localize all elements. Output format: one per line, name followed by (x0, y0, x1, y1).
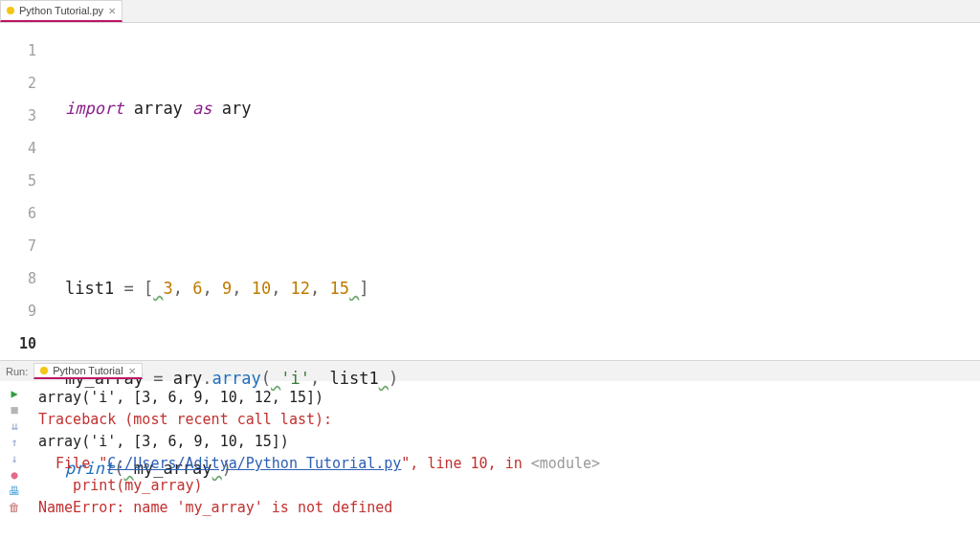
run-toolwindow: ▶ ■ ⇊ ↑ ↓ ● 🖶 🗑 array('i', [3, 6, 9, 10,… (0, 381, 980, 541)
line-number: 3 (0, 100, 54, 132)
alias-name: ary (222, 99, 252, 118)
run-label: Run: (6, 366, 28, 377)
stop-icon[interactable]: ■ (8, 403, 21, 417)
line-number: 4 (0, 132, 54, 165)
scroll-up-icon[interactable]: ↑ (8, 436, 21, 449)
line-number: 10 (0, 327, 54, 360)
rerun-icon[interactable]: ▶ (8, 387, 21, 400)
operator: = (123, 279, 133, 298)
line-number: 1 (0, 34, 54, 67)
close-icon[interactable]: ✕ (108, 6, 116, 16)
print-icon[interactable]: 🖶 (8, 485, 21, 498)
code-line[interactable]: import array as ary (54, 92, 980, 124)
python-run-icon (40, 367, 48, 374)
scroll-down-icon[interactable]: ↓ (8, 452, 21, 465)
identifier: list1 (65, 279, 114, 298)
number-literal: 12 (291, 279, 310, 298)
console-output[interactable]: array('i', [3, 6, 9, 10, 12, 15]) Traceb… (29, 381, 980, 541)
python-file-icon (7, 7, 14, 14)
keyword-import: import (65, 99, 123, 118)
trash-icon[interactable]: 🗑 (8, 501, 21, 514)
line-number: 9 (0, 295, 54, 327)
keyword-as: as (192, 99, 212, 118)
number-literal: 3 (163, 279, 172, 298)
traceback-code: print(my_array) (38, 477, 203, 494)
stack-down-icon[interactable]: ⇊ (8, 419, 21, 433)
module-name: array (134, 99, 183, 118)
run-config-name: Python Tutorial (53, 365, 122, 376)
editor-tab-strip: Python Tutorial.py ✕ (0, 0, 980, 23)
traceback-header: Traceback (most recent call last): (38, 411, 332, 428)
close-icon[interactable]: ✕ (128, 366, 136, 376)
number-literal: 15 (330, 279, 349, 298)
traceback-path-link[interactable]: C:/Users/Aditya/Python Tutorial.py (107, 455, 401, 472)
record-icon[interactable]: ● (8, 468, 21, 482)
run-config-tab[interactable]: Python Tutorial ✕ (33, 363, 142, 379)
stdout-line: array('i', [3, 6, 9, 10, 15]) (38, 433, 289, 450)
code-line[interactable]: list1 = [ 3, 6, 9, 10, 12, 15 ] (54, 272, 980, 304)
line-number: 6 (0, 197, 54, 230)
code-area[interactable]: import array as ary list1 = [ 3, 6, 9, 1… (54, 23, 980, 360)
file-tab[interactable]: Python Tutorial.py ✕ (0, 0, 122, 22)
traceback-file: File "C:/Users/Aditya/Python Tutorial.py… (38, 455, 600, 472)
line-number: 8 (0, 262, 54, 295)
line-number: 2 (0, 67, 54, 100)
code-line[interactable] (54, 182, 980, 214)
number-literal: 6 (192, 279, 202, 298)
line-number: 7 (0, 230, 54, 262)
traceback-error: NameError: name 'my_array' is not define… (38, 499, 392, 516)
line-number-gutter: 1 2 3 4 5 6 7 8 9 10 (0, 23, 54, 360)
number-literal: 10 (252, 279, 271, 298)
stdout-line: array('i', [3, 6, 9, 10, 12, 15]) (38, 389, 323, 406)
file-tab-label: Python Tutorial.py (19, 5, 103, 16)
line-number: 5 (0, 165, 54, 197)
run-action-gutter: ▶ ■ ⇊ ↑ ↓ ● 🖶 🗑 (0, 381, 29, 541)
number-literal: 9 (222, 279, 232, 298)
code-editor[interactable]: 1 2 3 4 5 6 7 8 9 10 import array as ary… (0, 23, 980, 360)
